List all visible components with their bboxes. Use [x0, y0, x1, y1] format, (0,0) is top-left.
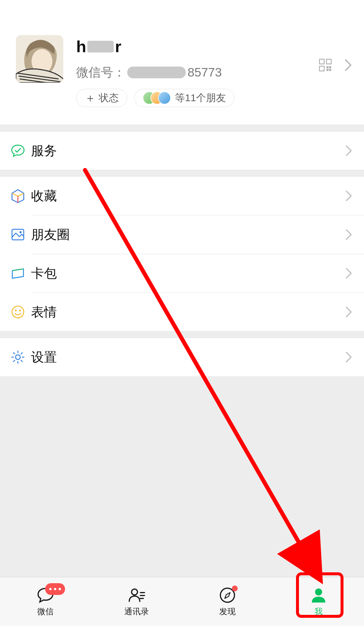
svg-point-14 [12, 306, 24, 318]
friends-status-chip[interactable]: 等11个朋友 [134, 89, 234, 107]
cell-label: 服务 [31, 142, 345, 160]
service-icon [11, 143, 31, 158]
svg-marker-23 [225, 593, 230, 598]
contacts-icon [125, 586, 148, 604]
cell-stickers[interactable]: 表情 [0, 293, 364, 331]
status-chip-label: 状态 [99, 91, 119, 105]
svg-rect-6 [329, 69, 331, 71]
tab-label: 发现 [219, 606, 236, 617]
svg-point-12 [20, 231, 22, 233]
svg-rect-3 [326, 59, 331, 64]
cell-settings[interactable]: 设置 [0, 338, 364, 376]
status-chip[interactable]: ＋ 状态 [76, 89, 127, 107]
cell-moments[interactable]: 朋友圈 [0, 216, 364, 254]
friends-chip-label: 等11个朋友 [175, 91, 226, 105]
cell-label: 收藏 [31, 187, 345, 205]
plus-icon: ＋ [85, 91, 96, 106]
cell-label: 表情 [31, 303, 345, 321]
chevron-right-icon [345, 351, 352, 363]
annotation-highlight-box [296, 572, 343, 618]
cell-cards[interactable]: 卡包 [0, 254, 364, 292]
svg-rect-2 [319, 59, 324, 64]
stickers-icon [11, 305, 31, 319]
svg-point-17 [16, 355, 20, 359]
avatar[interactable] [16, 35, 63, 83]
tab-contacts[interactable]: 通讯录 [91, 577, 182, 626]
discover-icon [216, 586, 239, 604]
chevron-right-icon [345, 145, 352, 157]
tab-label: 通讯录 [124, 606, 149, 617]
chat-icon [34, 586, 57, 604]
nickname-mask [87, 41, 114, 52]
friend-avatars-icon [143, 91, 171, 104]
chevron-right-icon [345, 229, 352, 240]
qrcode-icon[interactable] [319, 59, 332, 72]
svg-point-18 [132, 589, 137, 595]
badge-pill [45, 583, 65, 595]
tab-chat[interactable]: 微信 [0, 577, 91, 626]
cell-label: 朋友圈 [31, 226, 345, 243]
wechat-id: 微信号： 85773 [76, 64, 353, 81]
svg-rect-8 [329, 66, 331, 68]
svg-point-16 [19, 310, 21, 311]
chevron-right-icon [345, 267, 352, 279]
svg-rect-7 [326, 69, 329, 71]
cell-label: 设置 [31, 349, 345, 366]
chevron-right-icon [344, 59, 352, 72]
cards-icon [11, 266, 31, 281]
nickname: h r [76, 37, 353, 56]
moments-icon [11, 227, 31, 242]
settings-icon [11, 350, 31, 364]
chevron-right-icon [345, 190, 352, 202]
tab-label: 微信 [37, 606, 54, 617]
svg-point-15 [15, 310, 17, 311]
badge-dot [232, 586, 238, 591]
cell-label: 卡包 [31, 265, 345, 282]
profile-section[interactable]: h r 微信号： 85773 ＋ 状态 [0, 0, 364, 125]
chevron-right-icon [345, 306, 352, 318]
svg-rect-4 [319, 66, 324, 71]
tab-discover[interactable]: 发现 [182, 577, 273, 626]
svg-rect-5 [326, 66, 329, 68]
svg-line-13 [12, 269, 23, 271]
cell-favorites[interactable]: 收藏 [0, 177, 364, 215]
wxid-mask [127, 67, 186, 78]
favorites-icon [11, 189, 31, 203]
cell-service[interactable]: 服务 [0, 132, 364, 170]
